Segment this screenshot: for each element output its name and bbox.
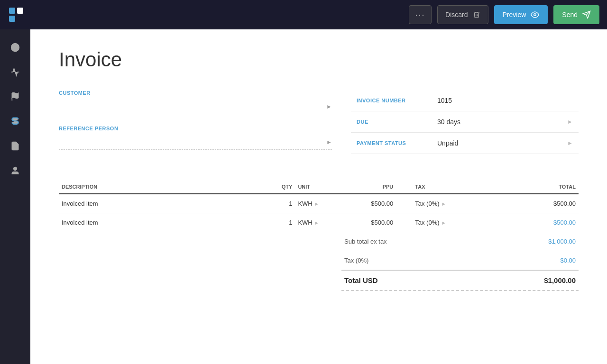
invoice-number-value: 1015 — [432, 90, 530, 111]
tax-row: Tax (0%) $0.00 — [341, 251, 579, 270]
col-qty-header: QTY — [267, 180, 295, 194]
customer-chevron-icon: ► — [326, 103, 332, 110]
grand-total-row: Total USD $1,000.00 — [341, 270, 579, 291]
payment-status-label: PAYMENT STATUS — [351, 133, 432, 154]
subtotal-value: $1,000.00 — [548, 238, 576, 245]
col-unit-header: UNIT — [295, 180, 333, 194]
invoice-number-label: INVOICE NUMBER — [351, 90, 432, 111]
reference-field[interactable]: ► — [59, 135, 332, 150]
item-tax: Tax (0%) ► — [396, 194, 515, 213]
reference-chevron-icon: ► — [326, 139, 332, 146]
send-button[interactable]: Send — [553, 5, 599, 24]
invoice-number-row: INVOICE NUMBER 1015 — [351, 90, 579, 111]
subtotal-row: Sub total ex tax $1,000.00 — [341, 232, 579, 251]
tax-value: $0.00 — [560, 257, 576, 264]
flag-icon — [10, 92, 20, 101]
grand-total-value: $1,000.00 — [544, 276, 576, 284]
sidebar-item-activity[interactable] — [5, 62, 26, 82]
payment-status-row[interactable]: PAYMENT STATUS Unpaid ► — [351, 133, 579, 154]
send-icon — [582, 10, 591, 19]
sidebar-item-flag[interactable] — [5, 86, 26, 107]
preview-button[interactable]: Preview — [494, 5, 548, 24]
send-label: Send — [562, 11, 578, 18]
col-total-header: TOTAL — [515, 180, 579, 194]
item-unit: KWH ► — [295, 213, 333, 232]
item-description: Invoiced item — [59, 213, 267, 232]
tax-label: Tax (0%) — [344, 257, 368, 264]
preview-label: Preview — [503, 11, 526, 18]
discard-label: Discard — [445, 11, 468, 18]
sidebar-item-document[interactable] — [5, 136, 26, 156]
due-chevron-icon: ► — [530, 111, 579, 133]
grand-total-label: Total USD — [344, 276, 378, 284]
item-qty: 1 — [267, 194, 295, 213]
svg-rect-2 — [17, 8, 23, 14]
right-section: INVOICE NUMBER 1015 DUE 30 days ► PAYMEN… — [351, 90, 579, 161]
due-row[interactable]: DUE 30 days ► — [351, 111, 579, 133]
activity-icon — [10, 67, 20, 77]
items-table: DESCRIPTION QTY UNIT PPU TAX TOTAL Invoi… — [59, 180, 579, 232]
discard-button[interactable]: Discard — [437, 5, 488, 24]
info-table: INVOICE NUMBER 1015 DUE 30 days ► PAYMEN… — [351, 90, 579, 154]
document-icon — [10, 141, 20, 151]
s-brand-icon — [10, 117, 20, 126]
app-logo — [8, 6, 25, 23]
trash-icon — [473, 11, 480, 18]
payment-status-value: Unpaid — [432, 133, 530, 154]
table-row: Invoiced item 1 KWH ► $500.00 Tax (0%) ►… — [59, 213, 579, 232]
eye-icon — [531, 10, 539, 19]
col-tax-header: TAX — [396, 180, 515, 194]
sidebar — [0, 29, 30, 364]
item-total: $500.00 — [515, 213, 579, 232]
totals-section: Sub total ex tax $1,000.00 Tax (0%) $0.0… — [341, 232, 579, 291]
items-section: DESCRIPTION QTY UNIT PPU TAX TOTAL Invoi… — [59, 180, 579, 291]
svg-rect-1 — [9, 16, 15, 22]
item-ppu: $500.00 — [333, 194, 396, 213]
globe-icon — [10, 43, 20, 52]
item-total: $500.00 — [515, 194, 579, 213]
sidebar-item-globe[interactable] — [5, 37, 26, 58]
unit-chevron-icon: ► — [314, 220, 319, 226]
tax-chevron-icon: ► — [441, 201, 446, 207]
item-unit: KWH ► — [295, 194, 333, 213]
sidebar-item-user[interactable] — [5, 160, 26, 181]
sidebar-item-brand[interactable] — [5, 111, 26, 132]
customer-label: CUSTOMER — [59, 90, 332, 96]
table-row: Invoiced item 1 KWH ► $500.00 Tax (0%) ►… — [59, 194, 579, 213]
reference-label: REFERENCE PERSON — [59, 126, 332, 131]
svg-rect-0 — [9, 8, 15, 14]
payment-status-chevron-icon: ► — [530, 133, 579, 154]
due-label: DUE — [351, 111, 432, 133]
col-ppu-header: PPU — [333, 180, 396, 194]
item-qty: 1 — [267, 213, 295, 232]
page-title: Invoice — [59, 48, 579, 71]
left-section: CUSTOMER ► REFERENCE PERSON ► — [59, 90, 332, 161]
svg-point-3 — [534, 14, 536, 16]
more-button[interactable]: ··· — [409, 5, 432, 24]
subtotal-label: Sub total ex tax — [344, 238, 387, 245]
main-content: Invoice CUSTOMER ► REFERENCE PERSON ► — [30, 29, 607, 364]
tax-chevron-icon: ► — [441, 220, 446, 226]
item-tax: Tax (0%) ► — [396, 213, 515, 232]
col-description-header: DESCRIPTION — [59, 180, 267, 194]
due-value: 30 days — [432, 111, 530, 133]
topbar: ··· Discard Preview Send — [0, 0, 607, 29]
item-ppu: $500.00 — [333, 213, 396, 232]
customer-field[interactable]: ► — [59, 100, 332, 114]
item-description: Invoiced item — [59, 194, 267, 213]
unit-chevron-icon: ► — [314, 201, 319, 207]
svg-point-11 — [14, 167, 17, 171]
user-icon — [10, 166, 20, 175]
